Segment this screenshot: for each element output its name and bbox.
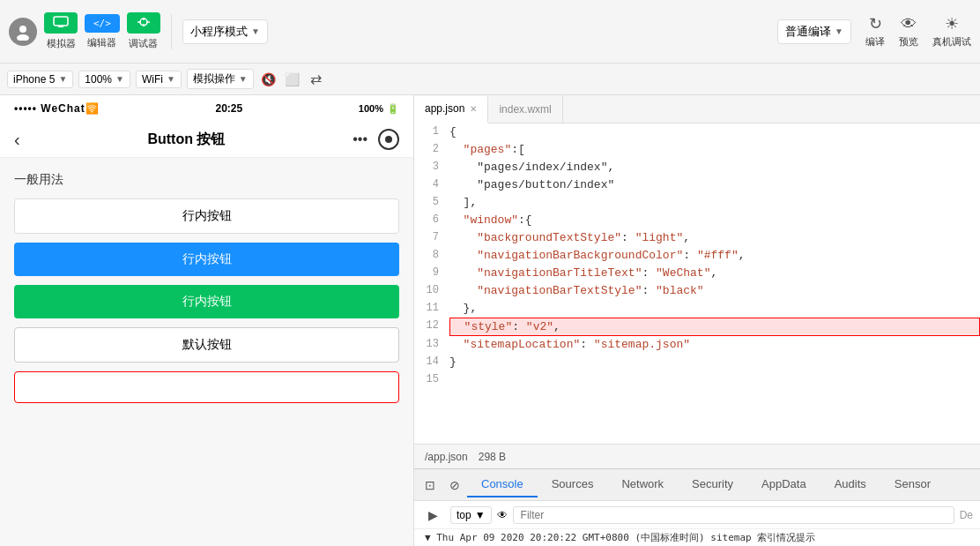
phone-time: 20:25	[215, 102, 242, 115]
battery-label: 100%	[359, 103, 383, 114]
operation-label: 模拟操作	[193, 71, 235, 86]
network-dropdown[interactable]: WiFi ▼	[136, 71, 182, 88]
stop-icon[interactable]: ⊘	[442, 473, 467, 497]
table-row: 12 "style": "v2",	[414, 318, 980, 336]
line-number: 3	[414, 159, 449, 175]
second-toolbar: iPhone 5 ▼ 100% ▼ WiFi ▼ 模拟操作 ▼ 🔇 ⬜ ⇄	[0, 64, 980, 95]
line-number: 10	[414, 282, 449, 298]
devtools-tab-sensor[interactable]: Sensor	[880, 472, 945, 497]
btn3-label: 行内按钮	[182, 294, 232, 308]
inline-btn-green[interactable]: 行内按钮	[14, 285, 399, 318]
simulator-label: 模拟器	[47, 37, 76, 50]
volume-off-button[interactable]: 🔇	[259, 71, 278, 88]
console-log-line: ▼ Thu Apr 09 2020 20:20:22 GMT+0800 (中国标…	[414, 528, 980, 546]
devtools-tab-audits[interactable]: Audits	[820, 472, 880, 497]
device-dropdown[interactable]: iPhone 5 ▼	[7, 71, 73, 88]
filter-input[interactable]	[513, 506, 954, 524]
phone-panel: ••••• WeChat🛜 20:25 100% 🔋 ‹ Button 按钮 •…	[0, 95, 414, 546]
operation-dropdown[interactable]: 模拟操作 ▼	[187, 69, 254, 89]
tab-index-wxml[interactable]: index.wxml	[488, 95, 562, 123]
editor-status-bar: /app.json 298 B	[414, 444, 980, 468]
phone-icon: ☀	[945, 14, 959, 34]
line-content: }	[449, 354, 980, 370]
toolbar-right: 普通编译 ▼ ↻ 编译 👁 预览 ☀ 真机调试	[777, 14, 971, 49]
eye-icon: 👁	[901, 15, 917, 34]
phone-mockup: ••••• WeChat🛜 20:25 100% 🔋 ‹ Button 按钮 •…	[0, 95, 413, 546]
table-row: 1{	[414, 123, 980, 141]
section-title: 一般用法	[14, 172, 399, 188]
device-label: iPhone 5	[13, 73, 55, 86]
file-tabs: app.json ✕ index.wxml	[414, 95, 980, 123]
line-content: "backgroundTextStyle": "light",	[449, 229, 980, 246]
inline-btn-blue[interactable]: 行内按钮	[14, 243, 399, 276]
phone-battery: 100% 🔋	[359, 103, 399, 115]
table-row: 13 "sitemapLocation": "sitemap.json"	[414, 336, 980, 354]
more-button[interactable]: •••	[353, 131, 368, 147]
tab-app-json[interactable]: app.json ✕	[414, 96, 488, 123]
table-row: 4 "pages/button/index"	[414, 176, 980, 194]
close-tab-icon[interactable]: ✕	[470, 104, 477, 114]
editor-button[interactable]: </> 编辑器	[85, 14, 120, 49]
line-number: 13	[414, 336, 449, 352]
back-button[interactable]: ‹	[14, 130, 20, 150]
editor-icon: </>	[85, 14, 120, 33]
table-row: 5 ],	[414, 194, 980, 212]
play-icon[interactable]: ▶	[421, 503, 445, 527]
compile-dropdown[interactable]: 普通编译 ▼	[777, 19, 851, 44]
machine-action[interactable]: ☀ 真机调试	[932, 14, 971, 49]
phone-status-bar: ••••• WeChat🛜 20:25 100% 🔋	[0, 95, 413, 122]
mode-dropdown[interactable]: 小程序模式 ▼	[182, 19, 268, 44]
line-number: 4	[414, 176, 449, 192]
record-button[interactable]	[378, 129, 399, 150]
filter-label: De	[960, 509, 973, 521]
line-number: 9	[414, 265, 449, 280]
table-row: 6 "window":{	[414, 212, 980, 229]
default-btn[interactable]: 默认按钮	[14, 327, 399, 363]
signal-dots: ••••• WeChat🛜	[14, 102, 100, 115]
avatar	[9, 18, 37, 46]
line-number: 11	[414, 300, 449, 316]
line-number: 15	[414, 371, 449, 387]
line-number: 7	[414, 229, 449, 245]
refresh-action[interactable]: ↻ 编译	[865, 14, 885, 49]
debug-button[interactable]: 调试器	[127, 12, 160, 50]
file-size: 298 B	[479, 451, 506, 463]
line-number: 6	[414, 212, 449, 228]
phone-nav-bar: ‹ Button 按钮 •••	[0, 122, 413, 158]
screen-button[interactable]: ⬜	[283, 71, 301, 88]
devtools-tab-sources[interactable]: Sources	[538, 472, 608, 497]
phone-content: 一般用法 行内按钮 行内按钮 行内按钮 默认按钮	[0, 158, 413, 546]
svg-rect-3	[58, 26, 63, 27]
table-row: 10 "navigationBarTextStyle": "black"	[414, 282, 980, 300]
zoom-arrow-icon: ▼	[115, 74, 124, 84]
inspect-icon[interactable]: ⊡	[418, 473, 442, 497]
btn1-label: 行内按钮	[182, 208, 232, 222]
devtools-tab-security[interactable]: Security	[678, 472, 747, 497]
layout-icon[interactable]: ⇄	[310, 71, 322, 87]
table-row: 2 "pages":[	[414, 141, 980, 159]
preview-action[interactable]: 👁 预览	[899, 15, 918, 49]
line-content: "pages/index/index",	[449, 159, 980, 176]
refresh-icon: ↻	[869, 14, 882, 34]
svg-point-1	[17, 34, 29, 41]
line-content: "navigationBarTextStyle": "black"	[449, 282, 980, 299]
tab-app-json-label: app.json	[425, 102, 464, 115]
code-area[interactable]: 1{2 "pages":[3 "pages/index/index",4 "pa…	[414, 123, 980, 444]
devtools-tab-console[interactable]: Console	[467, 472, 538, 497]
machine-label: 真机调试	[932, 35, 971, 49]
devtools-tabs: ⊡ ⊘ ConsoleSourcesNetworkSecurityAppData…	[414, 468, 980, 500]
simulator-button[interactable]: 模拟器	[44, 12, 78, 50]
table-row: 11 },	[414, 300, 980, 318]
line-content: "style": "v2",	[449, 318, 980, 336]
context-label: top	[457, 509, 471, 521]
line-content: "navigationBarTitleText": "WeChat",	[449, 265, 980, 281]
line-number: 5	[414, 194, 449, 210]
compile-arrow-icon: ▼	[835, 26, 843, 36]
devtools-tab-appdata[interactable]: AppData	[747, 472, 820, 497]
line-content: },	[449, 300, 980, 317]
zoom-dropdown[interactable]: 100% ▼	[78, 71, 130, 88]
inline-btn-outline[interactable]: 行内按钮	[14, 198, 399, 234]
eye-filter-icon[interactable]: 👁	[497, 509, 508, 521]
devtools-tab-network[interactable]: Network	[607, 472, 678, 497]
context-select[interactable]: top ▼	[450, 506, 492, 524]
